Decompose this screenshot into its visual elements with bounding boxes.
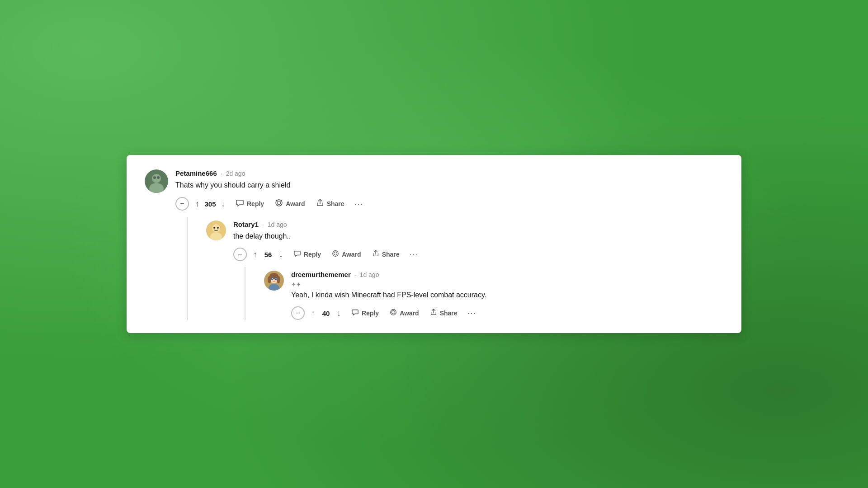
timestamp-dreem: 1d ago <box>360 271 379 278</box>
share-icon-rotary <box>372 250 379 259</box>
share-icon-dreem <box>430 309 437 318</box>
username-petamine: Petamine666 <box>175 169 217 177</box>
thread-line-petamine <box>175 217 199 320</box>
timestamp-petamine: 2d ago <box>226 170 245 177</box>
downvote-button-petamine[interactable]: ↓ <box>218 197 228 211</box>
more-button-dreem[interactable]: ··· <box>464 307 481 320</box>
replies-content-rotary: dreemurthememer · 1d ago ✦✦ Yeah, I kind… <box>257 267 723 320</box>
svg-point-6 <box>277 201 281 205</box>
comment-dreem: dreemurthememer · 1d ago ✦✦ Yeah, I kind… <box>264 271 723 320</box>
svg-point-4 <box>157 176 160 179</box>
avatar-dreem <box>264 271 284 291</box>
svg-point-25 <box>272 278 273 279</box>
svg-line-8 <box>281 200 282 201</box>
svg-point-21 <box>268 276 271 283</box>
upvote-button-rotary[interactable]: ↑ <box>250 248 260 261</box>
share-button-rotary[interactable]: Share <box>368 247 404 262</box>
svg-point-14 <box>217 227 219 229</box>
svg-line-9 <box>276 200 277 201</box>
avatar-rotary <box>206 221 226 240</box>
comment-body-dreem: dreemurthememer · 1d ago ✦✦ Yeah, I kind… <box>291 271 723 320</box>
svg-point-26 <box>276 278 277 279</box>
comment-text-rotary: the delay though.. <box>233 231 723 242</box>
upvote-icon-petamine: ↑ <box>195 199 199 209</box>
downvote-button-rotary[interactable]: ↓ <box>276 248 286 261</box>
comment-card: Petamine666 · 2d ago Thats why you shoul… <box>127 155 741 333</box>
svg-point-13 <box>213 227 215 229</box>
vote-count-petamine: 305 <box>204 200 217 208</box>
svg-point-11 <box>212 224 220 232</box>
action-bar-dreem: − ↑ 40 ↓ <box>291 306 723 320</box>
replies-content-petamine: Rotary1 · 1d ago the delay though.. − <box>199 217 723 320</box>
dreem-badge: ✦✦ <box>291 281 723 288</box>
downvote-button-dreem[interactable]: ↓ <box>334 307 344 320</box>
action-bar-rotary: − ↑ 56 ↓ <box>233 247 723 262</box>
comment-text-dreem: Yeah, I kinda wish Minecraft had FPS-lev… <box>291 290 723 300</box>
username-rotary: Rotary1 <box>233 221 259 228</box>
more-button-petamine[interactable]: ··· <box>351 197 368 211</box>
svg-point-28 <box>392 310 395 314</box>
svg-point-24 <box>275 277 277 280</box>
reply-button-petamine[interactable]: Reply <box>231 197 269 211</box>
replies-section-petamine: Rotary1 · 1d ago the delay though.. − <box>175 217 723 320</box>
svg-point-1 <box>152 174 161 183</box>
share-button-petamine[interactable]: Share <box>311 196 349 211</box>
award-button-dreem[interactable]: Award <box>385 306 424 320</box>
svg-point-3 <box>153 176 156 179</box>
comment-rotary: Rotary1 · 1d ago the delay though.. − <box>206 221 723 320</box>
action-bar-petamine: − ↑ 305 ↓ Rep <box>175 196 723 211</box>
award-icon-petamine <box>275 199 283 209</box>
thread-line-rotary <box>233 267 257 320</box>
vote-count-dreem: 40 <box>320 310 332 317</box>
reply-icon-rotary <box>294 250 301 258</box>
reply-icon-dreem <box>352 309 359 317</box>
svg-point-22 <box>277 276 280 283</box>
collapse-button-rotary[interactable]: − <box>233 248 247 261</box>
reply-button-rotary[interactable]: Reply <box>289 248 326 261</box>
collapse-button-petamine[interactable]: − <box>175 197 189 211</box>
reply-button-dreem[interactable]: Reply <box>347 306 383 320</box>
svg-point-5 <box>276 200 282 206</box>
upvote-button-dreem[interactable]: ↑ <box>308 307 318 320</box>
svg-point-27 <box>391 310 396 315</box>
comment-body-rotary: Rotary1 · 1d ago the delay though.. − <box>233 221 723 320</box>
reply-icon-petamine <box>236 199 244 208</box>
award-button-petamine[interactable]: Award <box>270 196 310 211</box>
avatar-petamine <box>145 169 168 193</box>
downvote-icon-petamine: ↓ <box>221 199 225 209</box>
svg-point-23 <box>271 277 274 280</box>
vote-group-petamine: ↑ 305 ↓ <box>193 197 228 211</box>
username-dreem: dreemurthememer <box>291 271 351 278</box>
vote-count-rotary: 56 <box>262 251 274 258</box>
more-button-rotary[interactable]: ··· <box>406 248 423 261</box>
award-button-rotary[interactable]: Award <box>327 247 366 262</box>
timestamp-rotary: 1d ago <box>268 221 287 228</box>
comment-root: Petamine666 · 2d ago Thats why you shoul… <box>145 169 723 320</box>
collapse-button-dreem[interactable]: − <box>291 306 305 320</box>
award-icon-rotary <box>332 250 339 259</box>
replies-section-rotary: dreemurthememer · 1d ago ✦✦ Yeah, I kind… <box>233 267 723 320</box>
upvote-button-petamine[interactable]: ↑ <box>193 197 202 211</box>
comment-text-petamine: Thats why you should carry a shield <box>175 180 723 191</box>
share-icon-petamine <box>316 199 324 209</box>
comment-meta-petamine: Petamine666 · 2d ago <box>175 169 723 177</box>
share-button-dreem[interactable]: Share <box>425 306 462 320</box>
svg-point-16 <box>334 252 337 255</box>
comment-body-petamine: Petamine666 · 2d ago Thats why you shoul… <box>175 169 723 320</box>
svg-point-15 <box>333 251 338 256</box>
award-icon-dreem <box>390 309 397 318</box>
